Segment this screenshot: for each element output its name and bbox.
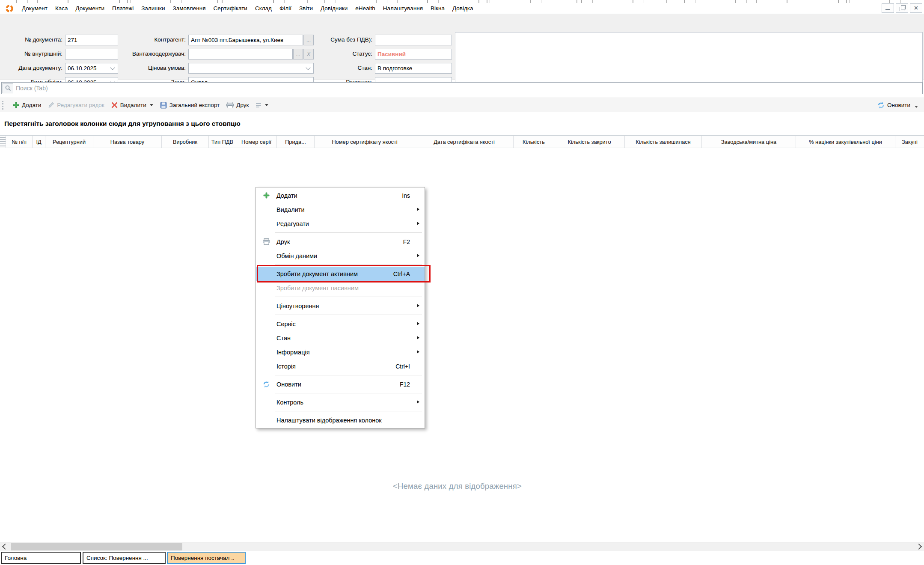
notes-area[interactable] [455, 32, 923, 89]
menu-vikna[interactable]: Вікна [427, 4, 449, 12]
dropdown-caret-icon [915, 106, 918, 108]
context-menu-item-print[interactable]: Друк F2 [256, 235, 425, 249]
context-menu-item-refresh[interactable]: Оновити F12 [256, 377, 425, 391]
menu-zvity[interactable]: Звіти [295, 4, 317, 12]
scrollbar-thumb[interactable] [11, 543, 182, 550]
row-options-button[interactable] [252, 101, 272, 109]
context-menu-item-state[interactable]: Стан [256, 331, 425, 345]
doc-number-label: № документа: [0, 36, 62, 43]
dropdown-caret-icon [265, 104, 268, 106]
menu-dovidka[interactable]: Довідка [449, 4, 477, 12]
dropdown-caret-icon [150, 104, 153, 106]
column-header[interactable]: Кількість закрито [554, 136, 625, 148]
column-header[interactable]: Рецептурний [45, 136, 93, 148]
column-header[interactable]: Виробник [162, 136, 209, 148]
price-condition-select[interactable] [188, 63, 314, 74]
edit-row-button: Редагувати рядок [45, 101, 107, 110]
menu-platezhi[interactable]: Платежі [108, 4, 137, 12]
restore-icon [900, 7, 904, 11]
column-header[interactable]: Номер серії [236, 136, 277, 148]
header-grip-icon [0, 136, 6, 148]
search-input[interactable] [13, 85, 922, 92]
sum-no-vat-label: Сума без ПДВ): [300, 36, 372, 43]
plus-icon [263, 192, 270, 199]
column-header[interactable]: Прида... [277, 136, 315, 148]
column-header[interactable]: Заводська/митна ціна [702, 136, 796, 148]
horizontal-scrollbar[interactable] [0, 542, 924, 551]
column-header[interactable]: Кількість [514, 136, 554, 148]
menu-sklad[interactable]: Склад [251, 4, 276, 12]
tab-holovna[interactable]: Головна [1, 552, 81, 564]
menu-separator [275, 393, 422, 393]
print-button-label: Друк [236, 102, 249, 108]
scroll-left-icon[interactable] [2, 544, 8, 550]
column-header[interactable]: № п/п [6, 136, 33, 148]
column-header[interactable]: Закупі [895, 136, 924, 148]
delete-button[interactable]: Видалити [108, 101, 157, 110]
print-button[interactable]: Друк [223, 101, 252, 110]
column-header[interactable]: Дата сертифіката якості [415, 136, 514, 148]
menu-filii[interactable]: Філії [276, 4, 295, 12]
context-menu-item-edit[interactable]: Редагувати [256, 217, 425, 231]
menu-ehealth[interactable]: eHealth [351, 4, 379, 12]
context-menu-item-delete[interactable]: Видалити [256, 202, 425, 217]
menu-zalyshky[interactable]: Залишки [137, 4, 169, 12]
menu-bar: Документ Каса Документи Платежі Залишки … [0, 3, 924, 14]
menu-dokument[interactable]: Документ [18, 4, 51, 12]
menu-dokumenty[interactable]: Документи [72, 4, 108, 12]
contragent-field[interactable] [188, 35, 303, 45]
context-menu-item-pricing[interactable]: Ціноутворення [256, 299, 425, 313]
menu-separator [275, 411, 422, 411]
toolbar: Додати Редагувати рядок Видалити Загальн… [0, 98, 924, 113]
red-x-icon [111, 102, 118, 108]
submenu-arrow-icon [417, 304, 419, 307]
export-button[interactable]: Загальний експорт [157, 101, 223, 110]
submenu-arrow-icon [417, 350, 419, 354]
restore-button[interactable] [896, 3, 908, 13]
menu-dovidnyky[interactable]: Довідники [317, 4, 351, 12]
consignee-field[interactable] [188, 49, 293, 59]
add-button[interactable]: Додати [9, 101, 45, 110]
column-header[interactable]: % націнки закупівельної ціни [796, 136, 895, 148]
plus-icon [13, 102, 19, 108]
export-icon [160, 102, 167, 109]
search-bar [1, 82, 923, 94]
refresh-icon [263, 381, 270, 388]
context-menu-item-data-exchange[interactable]: Обмін даними [256, 249, 425, 263]
context-menu-item-control[interactable]: Контроль [256, 395, 425, 409]
submenu-arrow-icon [417, 400, 419, 404]
refresh-icon [877, 102, 885, 109]
column-header[interactable]: Кількість залишилася [625, 136, 702, 148]
context-menu: Додати Ins Видалити Редагувати Друк F2 О… [256, 187, 425, 428]
printer-icon [263, 238, 270, 245]
close-button[interactable]: × [910, 3, 922, 13]
column-header[interactable]: Тип ПДВ [209, 136, 236, 148]
context-menu-item-configure-columns[interactable]: Налаштувати відображення колонок [256, 413, 425, 427]
minimize-button[interactable] [882, 3, 894, 13]
data-grid: <Немає даних для відображення> [0, 148, 924, 542]
column-header[interactable]: Назва товару [93, 136, 162, 148]
tab-spysok-povernennya[interactable]: Список: Повернення ... [83, 552, 166, 564]
column-header[interactable]: ІД [33, 136, 45, 148]
tab-povernennya-postachalnyku[interactable]: Повернення постачал .. [167, 552, 246, 564]
search-icon[interactable] [3, 83, 13, 93]
menu-nalashtuvannya[interactable]: Налаштування [379, 4, 427, 12]
menu-sertyfikaty[interactable]: Сертифікати [209, 4, 251, 12]
clipped-title-row [0, 0, 924, 3]
context-menu-item-make-active[interactable]: Зробити документ активним Ctrl+A [256, 267, 425, 281]
column-header[interactable]: Номер сертифікату якості [315, 136, 415, 148]
scroll-right-icon[interactable] [916, 544, 922, 550]
context-menu-item-add[interactable]: Додати Ins [256, 188, 425, 202]
menu-zamovlennya[interactable]: Замовлення [169, 4, 210, 12]
context-menu-item-information[interactable]: Інформація [256, 345, 425, 359]
menu-kasa[interactable]: Каса [51, 4, 72, 12]
refresh-button[interactable]: Оновити [877, 102, 918, 109]
context-menu-item-history[interactable]: Історія Ctrl+I [256, 359, 425, 373]
consignee-label: Вантажоодержувач: [98, 51, 186, 57]
app-logo-icon [5, 4, 14, 13]
refresh-button-label: Оновити [887, 102, 910, 108]
context-menu-item-service[interactable]: Сервіс [256, 317, 425, 331]
menu-separator [275, 265, 422, 265]
sum-no-vat-field[interactable] [375, 35, 452, 45]
status-field [375, 49, 452, 59]
